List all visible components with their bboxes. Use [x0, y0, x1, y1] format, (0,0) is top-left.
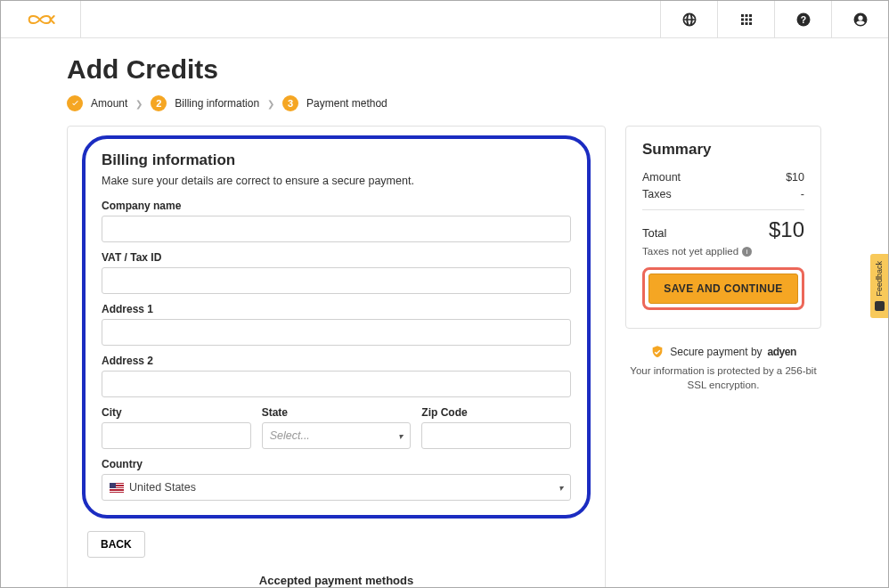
help-icon: ? [795, 12, 812, 28]
apps-grid-icon [738, 12, 754, 28]
summary-amount-value: $10 [786, 171, 804, 184]
billing-card: Billing information Make sure your detai… [67, 126, 606, 588]
summary-amount-label: Amount [642, 171, 681, 184]
vat-label: VAT / Tax ID [102, 251, 571, 264]
save-continue-highlight: SAVE AND CONTINUE [642, 267, 804, 310]
summary-taxes-value: - [801, 188, 804, 200]
feedback-label: Feedback [875, 261, 884, 297]
step-2-label[interactable]: Billing information [175, 97, 259, 110]
country-value: United States [129, 481, 196, 494]
chevron-down-icon: ▾ [559, 483, 563, 493]
secure-prefix: Secure payment by [670, 346, 762, 358]
address2-input[interactable] [102, 371, 571, 397]
info-icon[interactable]: i [742, 247, 752, 257]
zip-input[interactable] [421, 422, 571, 449]
save-continue-button[interactable]: SAVE AND CONTINUE [648, 274, 798, 304]
header-bar: ? [1, 1, 888, 38]
tax-note: Taxes not yet applied [642, 246, 738, 257]
accepted-methods: Accepted payment methods VISA P [87, 574, 585, 588]
us-flag-icon [110, 483, 124, 493]
summary-taxes-label: Taxes [642, 188, 672, 200]
globe-icon [681, 12, 697, 28]
company-input[interactable] [102, 216, 571, 242]
summary-total-value: $10 [769, 217, 804, 242]
address1-input[interactable] [102, 319, 571, 346]
country-label: Country [102, 458, 571, 470]
accepted-title: Accepted payment methods [87, 574, 585, 587]
billing-heading: Billing information [102, 151, 571, 169]
step-1-badge [67, 95, 83, 111]
summary-divider [642, 209, 804, 210]
page-title: Add Credits [67, 54, 822, 85]
shield-check-icon [650, 345, 665, 359]
state-placeholder: Select... [270, 429, 310, 442]
brand-logo[interactable] [1, 1, 81, 37]
vat-input[interactable] [102, 267, 571, 294]
step-3-badge: 3 [282, 95, 298, 111]
globe-button[interactable] [660, 1, 717, 37]
zip-label: Zip Code [421, 406, 571, 419]
secure-payment-line: Secure payment by adyen [625, 345, 821, 359]
chevron-right-icon: ❯ [135, 99, 143, 109]
summary-heading: Summary [642, 141, 804, 159]
state-select[interactable]: Select... ▾ [262, 422, 412, 449]
city-input[interactable] [102, 422, 251, 449]
check-icon [70, 99, 80, 109]
infinity-logo-icon [23, 11, 59, 29]
billing-highlight-region: Billing information Make sure your detai… [82, 135, 591, 519]
address2-label: Address 2 [102, 355, 571, 367]
chevron-down-icon: ▾ [398, 431, 403, 441]
feedback-tab[interactable]: Feedback [870, 254, 888, 318]
account-icon [852, 12, 869, 28]
step-2-badge: 2 [151, 95, 167, 111]
billing-subtext: Make sure your details are correct to en… [102, 175, 571, 187]
back-button[interactable]: BACK [87, 531, 145, 558]
step-3-label[interactable]: Payment method [306, 97, 387, 110]
company-label: Company name [102, 200, 571, 212]
stepper: Amount ❯ 2 Billing information ❯ 3 Payme… [67, 95, 822, 111]
country-select[interactable]: United States ▾ [102, 474, 571, 501]
account-button[interactable] [831, 1, 888, 37]
help-button[interactable]: ? [774, 1, 831, 37]
address1-label: Address 1 [102, 303, 571, 315]
summary-card: Summary Amount $10 Taxes - Total $10 [625, 126, 821, 329]
city-label: City [102, 406, 251, 419]
chevron-right-icon: ❯ [267, 99, 274, 109]
summary-total-label: Total [642, 226, 666, 240]
apps-button[interactable] [717, 1, 774, 37]
encryption-note: Your information is protected by a 256-b… [625, 363, 821, 392]
step-1-label[interactable]: Amount [91, 97, 127, 110]
svg-text:?: ? [800, 13, 805, 24]
provider-name: adyen [768, 346, 796, 358]
feedback-icon [875, 301, 885, 311]
state-label: State [262, 406, 412, 419]
